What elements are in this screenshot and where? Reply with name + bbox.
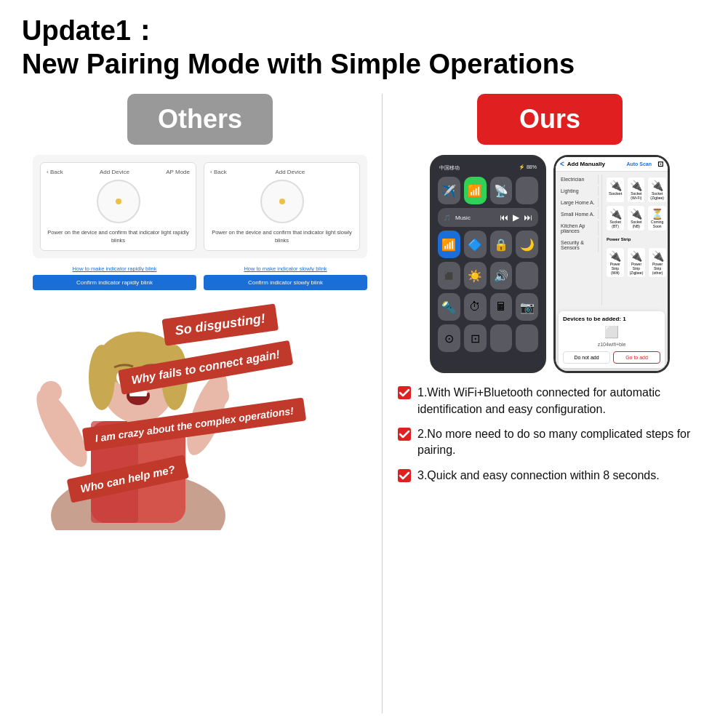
device-circle-2 [260,180,304,223]
cc-mirror-tile[interactable]: ⬛ [438,262,460,289]
cat-small-home[interactable]: Small Home A. [559,209,599,219]
cat-security[interactable]: Security & Sensors [559,238,599,252]
svg-point-5 [40,381,62,403]
strip-other-label: Power Strip (other) [652,262,663,275]
cc-qr-tile[interactable]: ⊙ [438,324,460,352]
item-socket-bt[interactable]: 🔌 Socket (BT) [606,205,625,231]
connect-btn-1-wrapper: How to make indicator rapidly blink Conf… [33,265,196,290]
feature-2-text: 2.No more need to do so many complicated… [417,426,703,459]
screen2-header: ‹ Back Add Device [210,169,353,175]
cc-moon-tile[interactable]: 🌙 [516,231,538,258]
others-label: Others [158,104,242,134]
cc-music-controls: ⏮ ▶ ⏭ [500,212,532,223]
device-screen-2: ‹ Back Add Device Power on the device an… [204,162,360,251]
strip-zigbee-label: Power Strip (Zigbee) [630,262,644,275]
cat-electrician[interactable]: Electrician [559,175,599,184]
cat-lighting[interactable]: Lighting [559,186,599,196]
tuya-content: Electrician Lighting Large Home A. Small… [556,172,668,308]
cc-fourth-grid: 🔦 ⏱ 🖩 📷 [438,293,538,321]
cc-flash-tile[interactable]: 🔦 [438,293,460,321]
cc-camera-tile[interactable]: 📷 [516,293,538,321]
connect-link-1[interactable]: How to make indicator rapidly blink [73,265,157,272]
cc-bt-tile[interactable]: 🔷 [464,231,487,258]
cc-scan-tile[interactable]: ⊡ [464,324,487,352]
frustration-section: So disgusting! Why fails to connect agai… [33,297,367,530]
cc-lock-tile[interactable]: 🔒 [490,231,513,258]
title-line2: New Pairing Mode with Simple Operations [22,49,575,79]
socket-nb-label: Socket (NB) [631,220,641,228]
cc-brightness-tile[interactable]: ☀️ [464,262,487,289]
cc-calc-tile[interactable]: 🖩 [490,293,513,321]
others-badge: Others [127,94,273,145]
cc-fifth-grid: ⊙ ⊡ [438,324,538,352]
item-strip-other[interactable]: 🔌 Power Strip (other) [648,247,667,278]
tuya-app: < Add Manually Auto Scan ⊡ Electrician L… [556,157,668,371]
connect-btn-2-wrapper: How to make indicator slowly blink Confi… [204,265,367,290]
cc-cellular-tile[interactable]: 📡 [490,177,513,204]
screen1-header: ‹ Back Add Device AP Mode [47,169,190,175]
cc-third-grid: ⬛ ☀️ 🔊 [438,262,538,289]
screen2-desc: Power on the device and confirm that ind… [210,229,353,244]
item-socket-zigbee[interactable]: 🔌 Socket (Zigbee) [647,177,667,203]
confirm-rapid-button[interactable]: Confirm indicator rapidly blink [33,275,196,290]
music-icon: 🎵 [444,215,451,221]
cat-large-home[interactable]: Large Home A. [559,198,599,207]
dot-yellow-2 [279,199,285,204]
cc-timer-tile[interactable]: ⏱ [464,293,487,321]
socket-label: Socket [609,191,622,196]
tuya-items-grid: 🔌 Socket 🔌 Socket (Wi-Fi) 🔌 [604,175,669,233]
item-socket-nb[interactable]: 🔌 Socket (NB) [627,205,645,231]
device-name: z104wifi+ble [563,342,660,347]
item-socket[interactable]: 🔌 Socket [606,177,625,203]
cat-kitchen[interactable]: Kitchen Ap pliances [559,221,599,236]
phone-mockups: 中国移动 ⚡ 88% ✈️ 📶 📡 🎵 [393,155,706,373]
phone-1: 中国移动 ⚡ 88% ✈️ 📶 📡 🎵 [430,155,546,373]
feature-2: 2.No more need to do so many complicated… [397,426,703,459]
cc-airplane-tile[interactable]: ✈️ [438,177,460,204]
right-side: Ours 中国移动 ⚡ 88% ✈️ 📶 📡 [386,94,706,713]
confirm-slow-button[interactable]: Confirm indicator slowly blink [204,275,367,290]
ours-badge: Ours [477,94,623,145]
device-icon: ⬜ [563,325,660,339]
connect-link-2[interactable]: How to make indicator slowly blink [244,265,327,272]
cc-music-tile[interactable] [516,177,538,204]
device-screens: ‹ Back Add Device AP Mode Power on the d… [33,155,367,258]
checkbox-2-icon [397,427,412,441]
item-socket-wifi[interactable]: 🔌 Socket (Wi-Fi) [627,177,645,203]
socket-nb-icon: 🔌 [630,208,642,220]
cc-volume-tile[interactable]: 🔊 [490,262,513,289]
cc-wifi-tile[interactable]: 📶 [464,177,487,204]
phone-2: < Add Manually Auto Scan ⊡ Electrician L… [553,155,670,373]
do-not-add-button[interactable]: Do not add [563,351,610,364]
go-to-add-button[interactable]: Go to add [613,351,660,364]
tuya-autoscan[interactable]: Auto Scan [626,161,652,167]
feature-1: 1.With WiFi+Bluetooth connected for auto… [397,385,703,417]
carrier: 中国移动 [439,164,460,172]
music-label: Music [455,215,495,221]
cc-wifi2-tile[interactable]: 📶 [438,231,460,258]
item-strip-zigbee[interactable]: 🔌 Power Strip (Zigbee) [627,247,647,278]
page: Update1： New Pairing Mode with Simple Op… [0,0,728,728]
item-strip-wifi[interactable]: 🔌 Power Strip (Wifi) [606,247,625,278]
power-strip-items: 🔌 Power Strip (Wifi) 🔌 Power Strip (Zigb… [604,245,669,280]
checkbox-1-icon [397,385,412,400]
feature-3: 3.Quick and easy connection within 8 sec… [397,468,703,484]
tuya-scan-icon[interactable]: ⊡ [657,160,663,168]
tuya-dialog: Devices to be added: 1 ⬜ z104wifi+ble Do… [559,311,665,368]
next-icon[interactable]: ⏭ [524,212,532,223]
divider [382,94,383,713]
screen1-desc: Power on the device and confirm that ind… [47,229,190,244]
power-strip-section: Power Strip [604,236,669,243]
coming-soon-icon: ⏳ [650,208,664,220]
cc-extra-tile[interactable] [516,262,538,289]
socket-bt-icon: 🔌 [609,208,622,220]
ours-label: Ours [519,104,580,134]
device-screen-1: ‹ Back Add Device AP Mode Power on the d… [40,162,196,251]
play-icon[interactable]: ▶ [513,212,519,223]
socket-wifi-icon: 🔌 [630,180,642,191]
prev-icon[interactable]: ⏮ [500,212,508,223]
tuya-back-btn[interactable]: < [560,160,564,168]
strip-zigbee-icon: 🔌 [630,250,644,262]
coming-soon-label: Coming Soon [651,220,663,228]
feature-1-text: 1.With WiFi+Bluetooth connected for auto… [417,385,703,417]
